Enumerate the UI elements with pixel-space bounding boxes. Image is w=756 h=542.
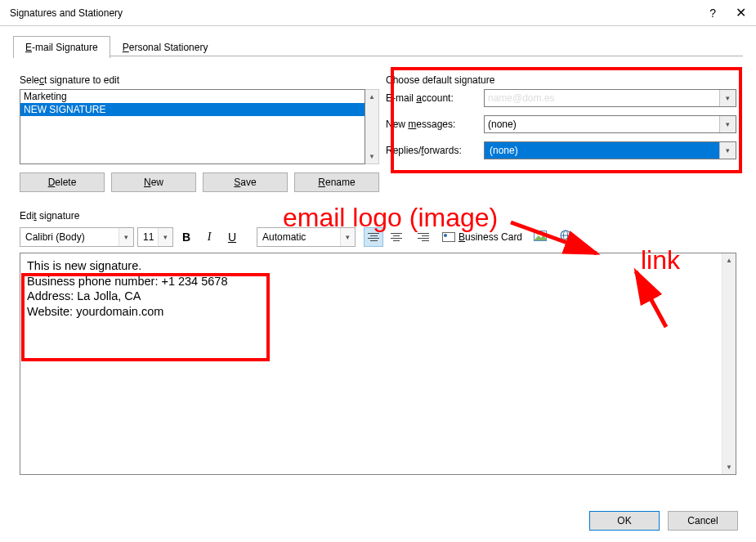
scroll-down-icon[interactable]: ▼ [365,150,378,163]
chevron-down-icon[interactable]: ▾ [719,142,736,159]
title-bar: Signatures and Stationery ? ✕ [0,0,756,26]
scrollbar[interactable]: ▲ ▼ [365,89,379,164]
scroll-down-icon[interactable]: ▼ [722,460,736,474]
svg-point-1 [537,233,539,235]
defaults-heading: Choose default signature [386,74,736,86]
signature-editor[interactable]: This is new signature. Business phone nu… [20,253,722,474]
format-toolbar: Calibri (Body) ▾ 11 ▾ B I U Automatic ▾ … [20,226,736,248]
align-right-button[interactable] [409,227,429,247]
help-icon[interactable]: ? [709,7,716,20]
new-button[interactable]: New [111,172,196,192]
scrollbar[interactable]: ▲ ▼ [722,253,736,474]
list-item[interactable]: NEW SIGNATURE [20,103,365,116]
editor-line: Website: yourdomain.com [27,304,715,320]
tab-email-signature[interactable]: E-mail Signature [13,36,110,58]
new-messages-label: New messages: [386,119,484,130]
chevron-down-icon[interactable]: ▾ [719,90,736,106]
svg-point-5 [564,237,571,243]
email-account-combo[interactable]: name@dom.es ▾ [484,89,736,107]
chevron-down-icon[interactable]: ▾ [119,228,133,246]
business-card-icon [442,232,455,242]
chevron-down-icon[interactable]: ▾ [719,116,736,132]
close-icon[interactable]: ✕ [736,5,746,20]
new-messages-combo[interactable]: (none) ▾ [484,115,736,133]
business-card-button[interactable]: Business Card [437,227,527,247]
scroll-up-icon[interactable]: ▲ [365,90,378,104]
delete-button[interactable]: Delete [20,172,105,192]
edit-signature-label: Edit signature [20,210,736,222]
replies-forwards-label: Replies/forwards: [386,145,484,156]
insert-image-button[interactable] [530,227,552,247]
align-left-button[interactable] [364,227,383,247]
font-family-combo[interactable]: Calibri (Body) ▾ [20,227,134,247]
chevron-down-icon[interactable]: ▾ [158,228,172,246]
insert-hyperlink-button[interactable] [555,227,576,247]
email-account-label: E-mail account: [386,92,484,104]
font-size-combo[interactable]: 11 ▾ [137,227,173,247]
save-button[interactable]: Save [203,172,288,192]
align-center-button[interactable] [387,227,406,247]
tab-personal-stationery[interactable]: Personal Stationery [110,36,221,58]
rename-button[interactable]: Rename [294,172,379,192]
list-item[interactable]: Marketing [20,90,365,103]
chevron-down-icon[interactable]: ▾ [340,228,355,246]
font-color-combo[interactable]: Automatic ▾ [257,227,356,247]
replies-forwards-combo[interactable]: (none) ▾ [484,141,736,159]
ok-button[interactable]: OK [589,511,660,531]
window-title: Signatures and Stationery [10,7,709,19]
editor-line: Address: La Jolla, CA [27,289,715,304]
editor-line: Business phone number: +1 234 5678 [27,274,715,289]
italic-button[interactable]: I [199,227,219,247]
editor-line: This is new signature. [27,258,715,274]
bold-button[interactable]: B [177,227,196,247]
tab-bar: E-mail Signature Personal Stationery [0,26,756,58]
select-signature-label: Select signature to edit [20,74,379,86]
cancel-button[interactable]: Cancel [668,511,738,531]
underline-button[interactable]: U [222,227,242,247]
scroll-up-icon[interactable]: ▲ [722,253,736,267]
signature-list[interactable]: Marketing NEW SIGNATURE [20,89,365,164]
